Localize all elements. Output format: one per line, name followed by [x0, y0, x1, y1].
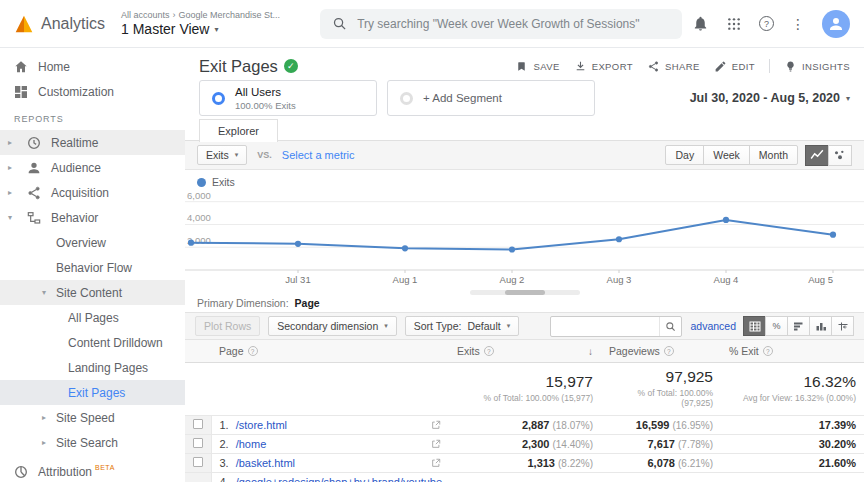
- global-search[interactable]: [320, 9, 682, 39]
- apps-grid-icon[interactable]: [726, 16, 742, 32]
- sort-type-dropdown[interactable]: Sort Type: Default ▾: [405, 316, 519, 336]
- caret-down-icon: ▾: [8, 213, 26, 222]
- sidebar-item-site-speed[interactable]: ▸ Site Speed: [0, 405, 185, 430]
- table-search-button[interactable]: [659, 317, 681, 336]
- exits-line-chart[interactable]: 2,0004,0006,000Jul 31Aug 1Aug 2Aug 3Aug …: [185, 190, 864, 288]
- view-pivot-button[interactable]: [831, 316, 854, 336]
- tab-explorer[interactable]: Explorer: [199, 119, 278, 142]
- column-header-exit-rate[interactable]: % Exit ?: [721, 340, 864, 363]
- sidebar-item-overview[interactable]: Overview: [0, 230, 185, 255]
- edit-pencil-icon: [714, 60, 727, 73]
- behavior-flow-icon: [26, 210, 42, 226]
- chart-panel: Exits 2,0004,0006,000Jul 31Aug 1Aug 2Aug…: [185, 170, 864, 294]
- chart-scrollbar-track[interactable]: [470, 290, 580, 295]
- advanced-link[interactable]: advanced: [690, 320, 736, 332]
- segment-row: All Users 100.00% Exits + Add Segment Ju…: [185, 78, 864, 118]
- select-metric-dropdown[interactable]: Select a metric: [282, 149, 355, 161]
- sidebar-item-customization[interactable]: Customization: [0, 79, 185, 104]
- sidebar-item-acquisition[interactable]: ▸ Acquisition: [0, 180, 185, 205]
- caret-right-icon: ▸: [42, 438, 56, 447]
- analytics-home-link[interactable]: Analytics: [14, 14, 105, 34]
- vs-label: VS.: [257, 150, 272, 160]
- svg-text:Aug 1: Aug 1: [393, 274, 418, 285]
- page-link[interactable]: /store.html: [236, 419, 287, 431]
- sidebar-item-site-search[interactable]: ▸ Site Search: [0, 430, 185, 455]
- acquisition-share-icon: [26, 185, 42, 201]
- view-selector[interactable]: 1 Master View ▾: [121, 21, 280, 37]
- view-performance-button[interactable]: [787, 316, 810, 336]
- open-in-new-icon[interactable]: [431, 439, 441, 449]
- row-checkbox[interactable]: [193, 419, 203, 429]
- header-checkbox-cell: [185, 340, 211, 363]
- search-input[interactable]: [357, 17, 670, 31]
- breadcrumb-account[interactable]: All accounts: [121, 10, 170, 20]
- chart-type-motion-button[interactable]: [828, 145, 852, 166]
- sidebar-item-exit-pages[interactable]: Exit Pages: [0, 380, 185, 405]
- help-icon[interactable]: ?: [248, 346, 258, 356]
- view-table-button[interactable]: [743, 316, 766, 336]
- primary-dimension-page[interactable]: Page: [295, 297, 320, 309]
- metric-dropdown[interactable]: Exits ▾: [197, 145, 247, 165]
- svg-text:Aug 5: Aug 5: [808, 274, 833, 285]
- page-link[interactable]: /google+redesign/shop+by+brand/youtube: [236, 476, 442, 482]
- sidebar-item-landing-pages[interactable]: Landing Pages: [0, 355, 185, 380]
- sidebar-item-home[interactable]: Home: [0, 54, 185, 79]
- sidebar-item-audience[interactable]: ▸ Audience: [0, 155, 185, 180]
- granularity-toggle: Day Week Month: [665, 145, 798, 165]
- granularity-day-button[interactable]: Day: [665, 145, 704, 165]
- help-icon[interactable]: ?: [664, 346, 674, 356]
- avatar[interactable]: [822, 10, 850, 38]
- help-icon[interactable]: ?: [763, 346, 773, 356]
- table-search-input[interactable]: [551, 320, 659, 332]
- view-comparison-button[interactable]: [809, 316, 832, 336]
- share-button[interactable]: SHARE: [647, 60, 700, 73]
- chart-scrollbar-thumb[interactable]: [505, 290, 545, 295]
- notifications-bell-icon[interactable]: [692, 15, 709, 32]
- column-header-exits[interactable]: Exits ? ↓: [449, 340, 601, 363]
- view-percentage-button[interactable]: %: [765, 316, 788, 336]
- breadcrumb-property[interactable]: Google Merchandise St...: [179, 10, 281, 20]
- table-view-icon: [749, 321, 761, 332]
- column-header-page[interactable]: Page ?: [211, 340, 449, 363]
- export-button[interactable]: EXPORT: [574, 60, 633, 73]
- more-vert-icon[interactable]: ⋮: [791, 17, 805, 31]
- date-range-picker[interactable]: Jul 30, 2020 - Aug 5, 2020 ▾: [690, 91, 850, 105]
- sidebar-item-realtime[interactable]: ▸ Realtime: [0, 130, 185, 155]
- sidebar-item-attribution[interactable]: Attribution BETA: [0, 459, 185, 482]
- svg-text:Aug 3: Aug 3: [607, 274, 632, 285]
- table-row: 4./google+redesign/shop+by+brand/youtube…: [185, 473, 864, 482]
- open-in-new-icon[interactable]: [431, 458, 441, 468]
- column-header-pageviews[interactable]: Pageviews ?: [601, 340, 721, 363]
- plot-rows-button[interactable]: Plot Rows: [195, 316, 260, 336]
- sidebar-item-all-pages[interactable]: All Pages: [0, 305, 185, 330]
- add-segment-button[interactable]: + Add Segment: [387, 80, 595, 116]
- analytics-logo-icon: [14, 14, 34, 34]
- granularity-week-button[interactable]: Week: [703, 145, 750, 165]
- segment-all-users[interactable]: All Users 100.00% Exits: [199, 80, 377, 116]
- granularity-month-button[interactable]: Month: [749, 145, 798, 165]
- breadcrumb: All accounts › Google Merchandise St...: [121, 10, 280, 20]
- insights-bulb-icon: [784, 60, 797, 73]
- page-link[interactable]: /home: [236, 438, 267, 450]
- save-button[interactable]: SAVE: [515, 60, 559, 73]
- sidebar-section-reports: REPORTS: [0, 104, 185, 130]
- secondary-dimension-dropdown[interactable]: Secondary dimension ▾: [268, 316, 397, 336]
- report-header: Exit Pages ✓ SAVE EXPORT SHARE: [185, 48, 864, 78]
- help-icon[interactable]: ?: [484, 346, 494, 356]
- sidebar: Home Customization REPORTS ▸ Realtime ▸ …: [0, 48, 185, 482]
- table-body: 15,977 % of Total: 100.00% (15,977) 97,9…: [185, 363, 864, 482]
- open-in-new-icon[interactable]: [431, 420, 441, 430]
- help-icon[interactable]: ?: [759, 16, 774, 31]
- sidebar-item-site-content[interactable]: ▾ Site Content: [0, 280, 185, 305]
- edit-button[interactable]: EDIT: [714, 60, 755, 73]
- sidebar-item-behavior[interactable]: ▾ Behavior: [0, 205, 185, 230]
- summary-exits: 15,977: [457, 373, 593, 391]
- sidebar-item-content-drilldown[interactable]: Content Drilldown: [0, 330, 185, 355]
- svg-text:Aug 4: Aug 4: [714, 274, 739, 285]
- insights-button[interactable]: INSIGHTS: [784, 60, 850, 73]
- page-link[interactable]: /basket.html: [236, 457, 295, 469]
- chart-type-line-button[interactable]: [805, 145, 829, 166]
- row-checkbox[interactable]: [193, 438, 203, 448]
- row-checkbox[interactable]: [193, 457, 203, 467]
- sidebar-item-behavior-flow[interactable]: Behavior Flow: [0, 255, 185, 280]
